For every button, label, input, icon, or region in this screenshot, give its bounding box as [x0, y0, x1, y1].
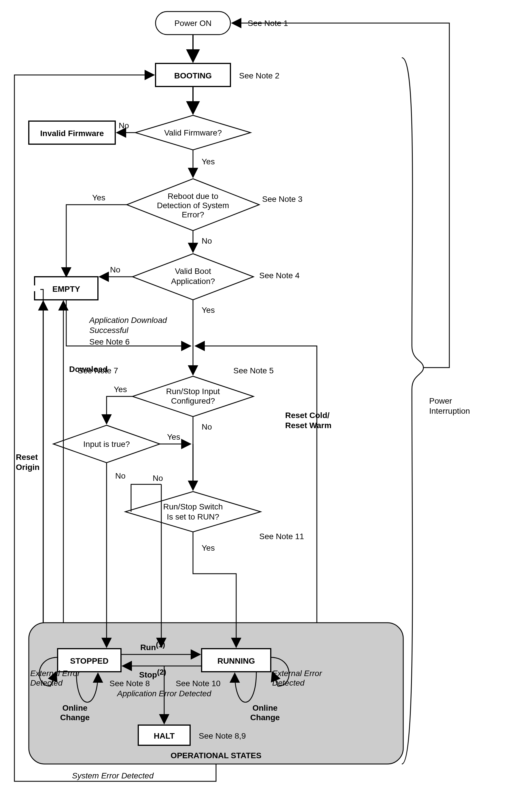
app-download-l1: Application Download: [89, 316, 167, 325]
edge-no-invalid-fw: No: [119, 121, 129, 130]
invalid-firmware-label: Invalid Firmware: [40, 129, 104, 138]
online-change-left-l2: Change: [60, 713, 90, 722]
ext-err-right-l2: Detected: [272, 679, 305, 687]
reboot-sys-error-l1: Reboot due to: [168, 192, 218, 201]
flowchart-diagram: OPERATIONAL STATES Power ON See Note 1 B…: [0, 0, 532, 796]
note-10: See Note 10: [176, 679, 221, 688]
runstop-switch-decision: [125, 491, 261, 532]
ext-err-right-l1: External Error: [272, 669, 322, 678]
runstop-switch-l2: Is set to RUN?: [167, 512, 219, 521]
running-label: RUNNING: [217, 656, 255, 665]
power-int-l1: Power: [429, 396, 452, 405]
note-89: See Note 8,9: [199, 731, 246, 740]
edge-no-switch: No: [153, 474, 163, 483]
edge-yes-syserr: Yes: [92, 193, 106, 202]
online-change-left-l1: Online: [62, 703, 87, 712]
note-8: See Note 8: [110, 679, 150, 688]
reset-origin-l1: Reset: [16, 453, 38, 462]
edge-no-syserr: No: [202, 236, 212, 245]
empty-label: EMPTY: [53, 285, 80, 293]
input-true-label: Input is true?: [83, 440, 130, 449]
operational-states-label: OPERATIONAL STATES: [171, 751, 261, 760]
edge-yes-bootapp: Yes: [202, 306, 215, 314]
svg-rect-19: [32, 285, 40, 291]
operational-states-box: [29, 623, 403, 764]
edge-no-runstopcfg: No: [202, 422, 212, 431]
halt-label: HALT: [154, 731, 175, 740]
reboot-sys-error-l2: Detection of System: [157, 201, 229, 210]
app-download-l2: Successful: [89, 326, 129, 335]
note-5: See Note 5: [233, 366, 273, 375]
reset-cold-l2: Reset Warm: [285, 421, 331, 430]
edge-no-inputtrue: No: [115, 471, 126, 480]
download-label: Download: [69, 365, 108, 374]
online-change-right-l2: Change: [250, 713, 280, 722]
edge-no-bootapp: No: [110, 265, 120, 274]
note-4: See Note 4: [259, 271, 300, 280]
reset-origin-l2: Origin: [16, 463, 39, 472]
runstop-switch-l1: Run/Stop Switch: [163, 502, 223, 511]
sys-err-label: System Error Detected: [72, 771, 154, 780]
edge-yes-inputtrue: Yes: [167, 432, 180, 441]
reboot-sys-error-l3: Error?: [182, 210, 204, 219]
note-3: See Note 3: [262, 195, 302, 203]
stopped-label: STOPPED: [70, 656, 108, 665]
note-11: See Note 11: [259, 532, 304, 541]
runstop-cfg-l2: Configured?: [171, 396, 215, 405]
online-change-right-l1: Online: [252, 703, 278, 712]
ext-err-left-l2: Detected: [30, 679, 63, 687]
note-6: See Note 6: [89, 337, 130, 346]
power-on-label: Power ON: [174, 19, 211, 28]
edge-yes-runstopcfg: Yes: [114, 385, 127, 394]
note-2: See Note 2: [239, 71, 279, 80]
booting-label: BOOTING: [174, 71, 212, 80]
reset-cold-l1: Reset Cold/: [285, 411, 329, 420]
ext-err-left-l1: External Error: [30, 669, 80, 678]
edge-yes-switch: Yes: [202, 543, 215, 553]
valid-boot-app-l2: Application?: [171, 277, 215, 286]
power-int-l2: Interruption: [429, 406, 470, 415]
edge-yes-fw: Yes: [202, 157, 215, 166]
brace-right: [402, 58, 423, 764]
runstop-cfg-l1: Run/Stop Input: [166, 387, 220, 396]
valid-boot-app-l1: Valid Boot: [175, 267, 211, 276]
valid-firmware-label: Valid Firmware?: [164, 128, 222, 137]
